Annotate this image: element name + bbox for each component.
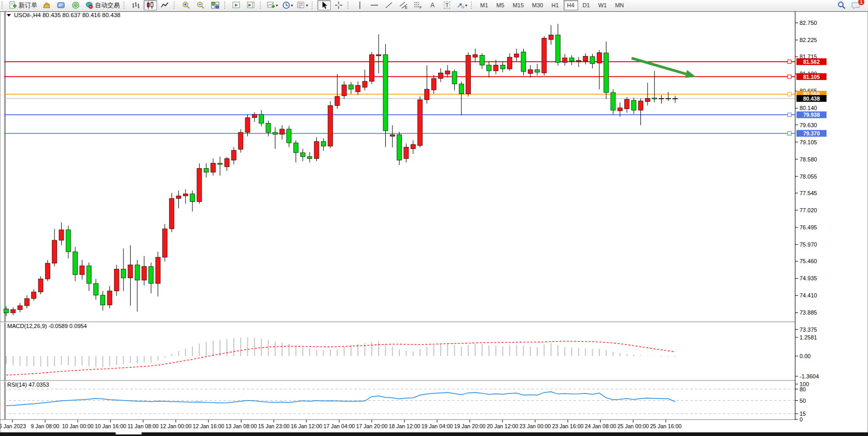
toolbar-grip[interactable] bbox=[347, 2, 351, 9]
templates-button[interactable]: ▾ bbox=[296, 0, 310, 10]
time-tick-label[interactable]: 18 Jan 12:00 bbox=[389, 423, 421, 429]
tile-windows-button[interactable] bbox=[208, 0, 222, 10]
chart-canvas[interactable]: 82.75082.22581.71581.19080.66580.14079.6… bbox=[0, 10, 868, 436]
candle-up bbox=[418, 100, 423, 145]
time-tick-label[interactable]: 17 Jan 04:00 bbox=[324, 423, 355, 429]
time-tick-label[interactable]: 12 Jan 16:00 bbox=[193, 423, 225, 429]
toolbar-grip[interactable] bbox=[471, 2, 474, 9]
level-anchor-square[interactable] bbox=[788, 60, 791, 63]
time-tick-label[interactable]: 13 Jan 08:00 bbox=[226, 423, 257, 429]
time-tick-label[interactable]: 10 Jan 16:00 bbox=[95, 423, 127, 429]
trendline-icon bbox=[385, 1, 393, 9]
crosshair-button[interactable] bbox=[332, 0, 345, 10]
toolbar-grip[interactable] bbox=[2, 2, 5, 9]
indicators-dropdown-caret[interactable]: ▾ bbox=[276, 3, 278, 8]
trend-arrow[interactable] bbox=[632, 58, 686, 74]
time-tick-label[interactable]: 23 Jan 00:00 bbox=[520, 423, 551, 429]
time-tick-label[interactable]: 16 Jan 12:00 bbox=[291, 423, 323, 429]
zoom-in-button[interactable] bbox=[179, 0, 193, 10]
level-anchor-square[interactable] bbox=[788, 113, 791, 117]
equidistant-channel-tool-button[interactable]: E bbox=[397, 0, 410, 10]
text-label-tool-icon: T bbox=[444, 2, 451, 9]
templates-dropdown-caret[interactable]: ▾ bbox=[306, 3, 308, 8]
symbol-dropdown-icon[interactable] bbox=[7, 14, 11, 17]
periods-button[interactable]: ▾ bbox=[281, 0, 295, 10]
timeframe-M30[interactable]: M30 bbox=[528, 0, 547, 10]
candle-up bbox=[473, 55, 478, 57]
search-button[interactable] bbox=[835, 0, 848, 10]
candle-down bbox=[521, 52, 526, 72]
toolbar-grip[interactable] bbox=[123, 2, 127, 9]
bar-chart-button[interactable] bbox=[129, 0, 143, 10]
indicators-button[interactable]: ▾ bbox=[265, 0, 279, 10]
timeframe-D1[interactable]: D1 bbox=[579, 0, 594, 10]
arrows-shapes-icon bbox=[456, 1, 465, 9]
candle-up bbox=[18, 306, 22, 310]
time-tick-label[interactable]: 25 Jan 16:00 bbox=[650, 423, 682, 429]
time-tick-label[interactable]: 24 Jan 08:00 bbox=[585, 423, 617, 429]
timeframe-M15[interactable]: M15 bbox=[509, 0, 527, 10]
candle-up bbox=[576, 60, 581, 62]
time-tick-label[interactable]: 20 Jan 12:00 bbox=[487, 423, 519, 429]
price-level-badge-label: 81.562 bbox=[803, 59, 820, 65]
chart-shift-button[interactable] bbox=[244, 0, 258, 10]
level-anchor-square[interactable] bbox=[788, 92, 791, 96]
time-tick-label[interactable]: 10 Jan 00:00 bbox=[62, 423, 94, 429]
new-chart-button[interactable] bbox=[40, 0, 53, 10]
candle-up bbox=[638, 101, 643, 111]
chart-window[interactable]: 82.75082.22581.71581.19080.66580.14079.6… bbox=[0, 10, 868, 436]
timeframe-MN[interactable]: MN bbox=[611, 0, 627, 10]
periods-clock-icon bbox=[282, 1, 290, 9]
level-anchor-square[interactable] bbox=[788, 75, 791, 78]
auto-trading-button[interactable]: 自动交易 bbox=[83, 0, 121, 10]
timeframe-H4[interactable]: H4 bbox=[564, 0, 578, 10]
time-tick-label[interactable]: 23 Jan 16:00 bbox=[552, 423, 584, 429]
line-chart-button[interactable] bbox=[158, 0, 172, 10]
auto-scroll-button[interactable] bbox=[230, 0, 243, 10]
zoom-out-button[interactable] bbox=[194, 0, 207, 10]
time-tick-label[interactable]: 15 Jan 23:00 bbox=[258, 423, 290, 429]
toolbar-grip[interactable] bbox=[174, 2, 177, 9]
time-tick-label[interactable]: 19 Jan 04:00 bbox=[422, 423, 453, 429]
bar-chart-icon bbox=[132, 1, 140, 9]
trendline-tool-button[interactable] bbox=[382, 0, 396, 10]
time-tick-label[interactable]: 11 Jan 08:00 bbox=[128, 423, 159, 429]
toolbar-grip[interactable] bbox=[312, 2, 315, 9]
vertical-line-tool-button[interactable] bbox=[353, 0, 367, 10]
candle-up bbox=[280, 129, 285, 134]
cursor-button[interactable] bbox=[317, 0, 331, 10]
new-chart-icon bbox=[43, 1, 51, 9]
time-tick-label[interactable]: 12 Jan 00:00 bbox=[160, 423, 192, 429]
price-level-badge-label: 79.370 bbox=[803, 130, 820, 137]
horizontal-line-tool-button[interactable] bbox=[368, 0, 381, 10]
notifications-button[interactable]: 1 bbox=[849, 0, 863, 10]
toolbar-grip[interactable] bbox=[224, 2, 228, 9]
timeframe-M5[interactable]: M5 bbox=[493, 0, 508, 10]
time-tick-label[interactable]: 6 Jan 2023 bbox=[0, 423, 26, 429]
candle-up bbox=[24, 298, 29, 306]
timeframe-M1[interactable]: M1 bbox=[477, 0, 492, 10]
new-order-button[interactable]: 新订单 bbox=[7, 0, 39, 10]
text-tool-button[interactable]: A bbox=[426, 0, 439, 10]
arrows-tool-button[interactable]: ▾ bbox=[455, 0, 469, 10]
time-tick-label[interactable]: 19 Jan 20:00 bbox=[454, 423, 486, 429]
level-anchor-square[interactable] bbox=[788, 131, 791, 135]
timeframe-W1[interactable]: W1 bbox=[595, 0, 611, 10]
timeframe-H1[interactable]: H1 bbox=[548, 0, 562, 10]
candle-up bbox=[38, 279, 43, 292]
toolbar-grip[interactable] bbox=[260, 2, 263, 9]
fibonacci-tool-button[interactable]: F bbox=[411, 0, 425, 10]
time-tick-label[interactable]: 25 Jan 00:00 bbox=[618, 423, 649, 429]
signals-button[interactable] bbox=[69, 0, 82, 10]
candle-down bbox=[383, 55, 388, 131]
candle-up bbox=[11, 310, 16, 313]
text-label-tool-button[interactable]: T bbox=[440, 0, 454, 10]
time-tick-label[interactable]: 9 Jan 08:00 bbox=[31, 423, 60, 429]
trend-arrow-head[interactable] bbox=[685, 70, 696, 78]
time-tick-label[interactable]: 17 Jan 20:00 bbox=[356, 423, 388, 429]
market-watch-button[interactable] bbox=[54, 0, 68, 10]
arrows-dropdown-caret[interactable]: ▾ bbox=[465, 3, 467, 8]
candlestick-chart-button[interactable] bbox=[144, 0, 157, 10]
horizontal-line-icon bbox=[370, 1, 379, 9]
periods-dropdown-caret[interactable]: ▾ bbox=[291, 3, 293, 8]
